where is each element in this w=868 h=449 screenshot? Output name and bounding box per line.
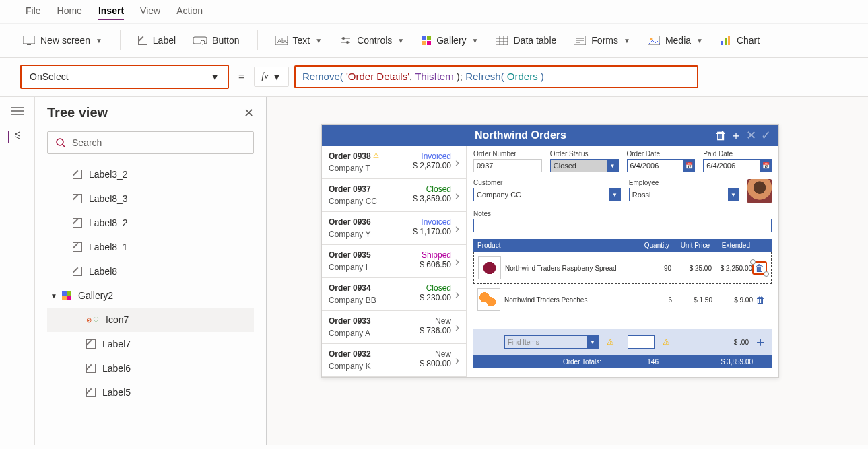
tree-item-label8_3[interactable]: Label8_3 <box>47 186 254 211</box>
status-dropdown[interactable]: Closed▼ <box>550 159 619 172</box>
label-icon <box>86 364 96 373</box>
chevron-down-icon: ▼ <box>624 37 630 44</box>
find-items-dropdown[interactable]: Find Items▼ <box>504 335 599 349</box>
hamburger-icon[interactable] <box>11 106 24 116</box>
tree-item-label5[interactable]: Label5 <box>47 380 254 405</box>
svg-marker-27 <box>15 131 20 137</box>
order-id: Order 0936 <box>329 217 371 227</box>
close-panel-icon[interactable]: ✕ <box>244 106 254 120</box>
employee-dropdown[interactable]: Rossi▼ <box>629 188 739 201</box>
menu-file[interactable]: File <box>26 5 41 20</box>
notes-field[interactable] <box>473 219 772 232</box>
text-label: Text <box>293 35 310 46</box>
formula-input[interactable]: Remove( 'Order Details', ThisItem ); Ref… <box>294 65 698 88</box>
property-name: OnSelect <box>30 71 69 82</box>
add-order-icon[interactable]: ＋ <box>729 127 743 143</box>
order-amount: $ 800.00 <box>420 359 451 371</box>
product-row[interactable]: Northwind Traders Raspberry Spread90$ 25… <box>473 252 772 284</box>
cancel-icon[interactable]: ✕ <box>743 128 758 143</box>
layers-icon[interactable] <box>8 131 20 143</box>
left-rail <box>0 97 35 445</box>
warning-icon: ⚠ <box>663 337 670 347</box>
order-company: Company Y <box>329 230 370 239</box>
media-button[interactable]: Media▼ <box>648 35 703 46</box>
equals-sign: = <box>234 71 248 83</box>
delete-product-icon[interactable]: 🗑 <box>753 294 768 305</box>
label-button[interactable]: Label <box>138 35 176 46</box>
chevron-right-icon: › <box>455 156 459 170</box>
customer-dropdown[interactable]: Company CC▼ <box>473 188 621 201</box>
tree-item-label7[interactable]: Label7 <box>47 332 254 356</box>
tree-item-label8_2[interactable]: Label8_2 <box>47 211 254 235</box>
new-screen-button[interactable]: New screen▼ <box>23 35 102 46</box>
col-product: Product <box>477 242 632 249</box>
tree-item-label3_2[interactable]: Label3_2 <box>47 162 254 186</box>
chevron-down-icon: ▼ <box>397 37 404 44</box>
order-amount: $ 1,170.00 <box>413 227 451 239</box>
tree-item-label: Label8 <box>89 266 117 277</box>
menu-action[interactable]: Action <box>176 5 203 20</box>
tree-item-gallery2[interactable]: ▼Gallery2 <box>47 283 254 308</box>
forms-button[interactable]: Forms▼ <box>574 35 630 46</box>
add-qty-field[interactable] <box>628 335 655 349</box>
formula-token: Remove <box>302 71 340 82</box>
formula-token: , <box>409 71 415 82</box>
paid-date-field[interactable]: 6/4/2006📅 <box>703 159 772 172</box>
data-table-label: Data table <box>513 35 556 46</box>
order-date-field[interactable]: 6/4/2006📅 <box>627 159 696 172</box>
tree-item-label: Label8_3 <box>89 193 128 204</box>
tree-item-icon7[interactable]: ⊘♡Icon7 <box>47 308 254 332</box>
status-label: Order Status <box>550 150 619 158</box>
text-button[interactable]: AbcText▼ <box>275 35 323 46</box>
formula-token: ) <box>538 71 544 82</box>
notes-label: Notes <box>473 210 772 217</box>
delete-order-icon[interactable]: 🗑 <box>714 129 729 143</box>
order-row[interactable]: Order 0937ClosedCompany CC$ 3,859.00› <box>322 179 466 212</box>
order-row[interactable]: Order 0934ClosedCompany BB$ 230.00› <box>322 278 466 311</box>
controls-button[interactable]: Controls▼ <box>339 35 404 46</box>
search-placeholder: Search <box>72 137 102 148</box>
tree-item-label8[interactable]: Label8 <box>47 259 254 283</box>
tree-item-label: Label8_2 <box>89 217 128 228</box>
order-amount: $ 736.00 <box>420 326 451 338</box>
order-amount: $ 2,870.00 <box>413 161 451 173</box>
product-name: Northwind Traders Peaches <box>504 296 635 304</box>
paid-date-label: Paid Date <box>703 150 772 158</box>
tree-item-label8_1[interactable]: Label8_1 <box>47 235 254 259</box>
order-num-field[interactable]: 0937 <box>473 159 542 172</box>
gallery-button[interactable]: Gallery▼ <box>422 35 478 46</box>
product-row[interactable]: Northwind Traders Peaches6$ 1.50$ 9.00🗑 <box>473 284 772 315</box>
label-icon <box>86 388 96 397</box>
menu-home[interactable]: Home <box>57 5 82 20</box>
order-row[interactable]: Order 0932NewCompany K$ 800.00› <box>322 344 466 377</box>
menu-view[interactable]: View <box>140 5 160 20</box>
button-text: Button <box>212 35 239 46</box>
chart-button[interactable]: Chart <box>721 35 760 46</box>
svg-rect-21 <box>721 41 723 45</box>
app-header: Northwind Orders 🗑 ＋ ✕ ✓ <box>322 125 778 146</box>
button-button[interactable]: Button <box>193 35 239 46</box>
menu-insert[interactable]: Insert <box>98 5 124 20</box>
order-row[interactable]: Order 0938 ⚠InvoicedCompany T$ 2,870.00› <box>322 146 466 179</box>
data-table-button[interactable]: Data table <box>496 35 556 46</box>
product-qty: 90 <box>634 265 671 272</box>
order-row[interactable]: Order 0935ShippedCompany I$ 606.50› <box>322 245 466 278</box>
svg-point-20 <box>650 38 652 40</box>
order-row[interactable]: Order 0936InvoicedCompany Y$ 1,170.00› <box>322 212 466 245</box>
confirm-icon[interactable]: ✓ <box>758 128 773 143</box>
employee-value: Rossi <box>632 191 651 199</box>
property-dropdown[interactable]: OnSelect ▼ <box>20 65 229 89</box>
delete-product-icon[interactable]: 🗑 <box>752 261 767 275</box>
tree-list: Label3_2Label8_3Label8_2Label8_1Label8▼G… <box>47 162 254 405</box>
order-row[interactable]: Order 0933NewCompany A$ 736.00› <box>322 311 466 344</box>
order-num-label: Order Number <box>473 150 542 158</box>
tree-item-label6[interactable]: Label6 <box>47 356 254 380</box>
product-qty: 6 <box>635 296 672 304</box>
add-product-icon[interactable]: ＋ <box>753 334 768 350</box>
fx-button[interactable]: fx▼ <box>254 67 289 87</box>
label-icon <box>73 170 82 179</box>
chevron-down-icon: ▼ <box>96 37 102 44</box>
chevron-right-icon: › <box>455 188 459 203</box>
tree-search-input[interactable]: Search <box>47 131 254 154</box>
label-icon <box>138 36 147 45</box>
